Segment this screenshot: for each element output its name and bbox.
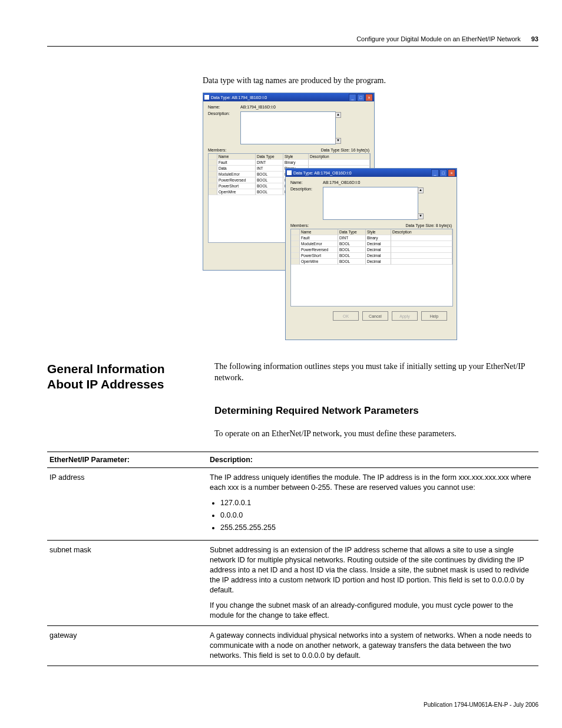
name-value: AB:1794_OB16D:I:0	[323, 180, 452, 185]
description-textarea[interactable]: ▲ ▼	[323, 187, 418, 220]
param-header-col2: Description:	[207, 452, 538, 467]
publication-footer: Publication 1794-UM061A-EN-P - July 2006	[47, 701, 538, 708]
table-header: Name Data Type Style Description	[209, 154, 370, 160]
list-item: 127.0.0.1	[220, 498, 536, 508]
section-heading: General Information About IP Addresses	[47, 361, 203, 393]
param-row-subnet: subnet mask Subnet addressing is an exte…	[47, 541, 538, 626]
window-icon	[287, 170, 292, 175]
datatype-size: Data Type Size: 16 byte(s)	[321, 148, 369, 152]
param-name: IP address	[47, 467, 207, 540]
param-name: gateway	[47, 626, 207, 666]
page-header: Configure your Digital Module on an Ethe…	[47, 35, 538, 47]
table-row[interactable]: PowerReversedBOOLDecimal	[291, 247, 452, 253]
dialog1-titlebar: Data Type: AB:1794_IB16D:I:0 _ □ ×	[203, 93, 374, 101]
col-style: Style	[283, 154, 309, 160]
param-desc: The IP address uniquely identifies the m…	[207, 467, 538, 540]
col-style: Style	[366, 229, 391, 235]
scroll-up-icon[interactable]: ▲	[335, 112, 341, 118]
members-label: Members:	[290, 223, 309, 228]
minimize-button[interactable]: _	[349, 94, 356, 101]
scroll-down-icon[interactable]: ▼	[335, 138, 341, 144]
dialog2-titlebar: Data Type: AB:1794_OB16D:I:0 _ □ ×	[286, 169, 457, 177]
param-row-gateway: gateway A gateway connects individual ph…	[47, 626, 538, 666]
col-description: Description	[391, 229, 452, 235]
col-datatype: Data Type	[338, 229, 366, 235]
description-label: Description:	[290, 187, 323, 220]
col-description: Description	[309, 154, 370, 160]
name-label: Name:	[208, 105, 240, 109]
col-name: Name	[300, 229, 338, 235]
col-name: Name	[217, 154, 256, 160]
reserved-values-list: 127.0.0.1 0.0.0.0 255.255.255.255	[210, 498, 536, 533]
table-row[interactable]: ModuleErrorBOOLDecimal	[291, 241, 452, 247]
param-desc: Subnet addressing is an extension of the…	[207, 541, 538, 626]
dialog-datatype-2: Data Type: AB:1794_OB16D:I:0 _ □ × Name:…	[285, 168, 457, 340]
name-label: Name:	[290, 180, 323, 185]
minimize-button[interactable]: _	[431, 169, 439, 177]
ok-button[interactable]: OK	[333, 311, 359, 321]
members-table: Name Data Type Style Description FaultDI…	[290, 229, 453, 307]
table-row[interactable]: PowerShortBOOLDecimal	[291, 253, 452, 259]
table-header: Name Data Type Style Description	[291, 229, 452, 235]
page-number: 93	[531, 35, 538, 42]
members-label: Members:	[208, 148, 226, 152]
scroll-up-icon[interactable]: ▲	[418, 187, 424, 193]
header-title: Configure your Digital Module on an Ethe…	[356, 35, 521, 42]
scroll-down-icon[interactable]: ▼	[418, 213, 424, 219]
dialog1-title: Data Type: AB:1794_IB16D:I:0	[211, 95, 267, 100]
table-row[interactable]: FaultDINTBinary	[291, 235, 452, 241]
help-button[interactable]: Help	[421, 311, 447, 321]
description-textarea[interactable]: ▲ ▼	[240, 111, 336, 144]
param-desc: A gateway connects individual physical n…	[207, 626, 538, 666]
parameter-table: EtherNet/IP Parameter: Description: IP a…	[47, 452, 538, 666]
param-desc-text: The IP address uniquely identifies the m…	[210, 473, 531, 492]
screenshots-area: Data Type: AB:1794_IB16D:I:0 _ □ × Name:…	[203, 93, 538, 340]
close-button[interactable]: ×	[365, 94, 373, 101]
col-datatype: Data Type	[256, 154, 283, 160]
apply-button[interactable]: Apply	[392, 311, 418, 321]
subsection-heading: Determining Required Network Parameters	[214, 405, 538, 417]
param-desc-p2: If you change the subnet mask of an alre…	[210, 601, 536, 621]
intro-text: Data type with tag names are produced by…	[203, 76, 538, 85]
datatype-size: Data Type Size: 8 byte(s)	[406, 223, 452, 228]
section-intro-para: The following information outlines steps…	[214, 361, 538, 384]
subsection-para: To operate on an EtherNet/IP network, yo…	[214, 429, 538, 440]
table-row[interactable]: FaultDINTBinary	[209, 160, 370, 166]
list-item: 0.0.0.0	[220, 510, 536, 521]
table-row[interactable]: OpenWireBOOLDecimal	[291, 259, 452, 265]
maximize-button[interactable]: □	[357, 94, 365, 101]
param-table-header: EtherNet/IP Parameter: Description:	[47, 452, 538, 467]
param-row-ipaddress: IP address The IP address uniquely ident…	[47, 467, 538, 540]
dialog2-title: Data Type: AB:1794_OB16D:I:0	[293, 171, 352, 175]
param-header-col1: EtherNet/IP Parameter:	[47, 452, 207, 467]
window-icon	[204, 95, 209, 100]
maximize-button[interactable]: □	[439, 169, 447, 177]
param-name: subnet mask	[47, 541, 207, 626]
name-value: AB:1794_IB16D:I:0	[240, 105, 369, 109]
cancel-button[interactable]: Cancel	[362, 311, 388, 321]
close-button[interactable]: ×	[448, 169, 455, 177]
param-desc-p1: Subnet addressing is an extension of the…	[210, 545, 536, 595]
list-item: 255.255.255.255	[220, 523, 536, 533]
description-label: Description:	[208, 111, 240, 144]
